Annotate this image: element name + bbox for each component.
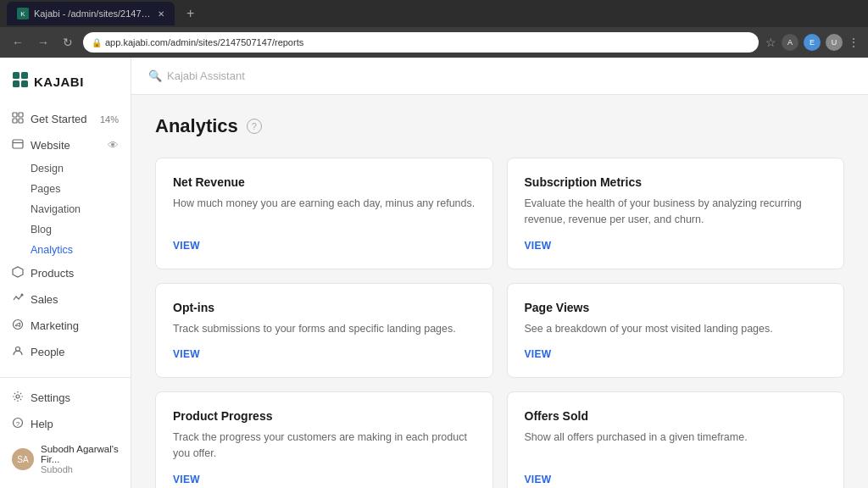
browser-controls: ← → ↻ 🔒 app.kajabi.com/admin/sites/21475…	[0, 27, 868, 58]
card-desc: Show all offers purchased in a given tim…	[525, 430, 827, 462]
people-icon	[12, 345, 24, 359]
card-title: Product Progress	[173, 409, 476, 423]
refresh-button[interactable]: ↻	[59, 34, 76, 51]
profile-avatar-1[interactable]: A	[782, 34, 798, 51]
card-view-link[interactable]: VIEW	[173, 348, 476, 360]
sidebar-item-sales[interactable]: Sales	[0, 286, 131, 313]
sidebar-item-website[interactable]: Website 👁	[0, 132, 131, 158]
address-text: app.kajabi.com/admin/sites/2147507147/re…	[105, 37, 303, 47]
card-desc: See a breakdown of your most visited lan…	[525, 321, 827, 337]
sidebar-item-design[interactable]: Design	[31, 158, 131, 179]
user-info[interactable]: SA Subodh Agarwal's Fir... Subodh	[0, 437, 131, 481]
card-desc: Track the progress your customers are ma…	[173, 430, 476, 462]
sidebar-item-analytics[interactable]: Analytics	[31, 240, 131, 260]
sidebar-item-label: Sales	[31, 293, 58, 306]
logo-icon	[12, 71, 29, 92]
browser-bar: K Kajabi - /admin/sites/21475071 ✕ +	[0, 0, 868, 27]
sidebar-item-label: People	[31, 346, 64, 358]
card-view-link[interactable]: VIEW	[525, 474, 827, 485]
main-content: 🔍 Kajabi Assistant Analytics ? Net Reven…	[131, 58, 868, 488]
page-title: Analytics	[155, 115, 238, 137]
sidebar-item-label: Website	[31, 139, 70, 152]
address-bar[interactable]: 🔒 app.kajabi.com/admin/sites/2147507147/…	[83, 32, 759, 53]
svg-text:?: ?	[16, 420, 20, 428]
lock-icon: 🔒	[92, 38, 102, 47]
card-desc: Track submissions to your forms and spec…	[173, 321, 476, 337]
card-desc: How much money you are earning each day,…	[173, 196, 476, 228]
svg-rect-4	[13, 113, 17, 117]
svg-rect-6	[13, 119, 17, 123]
sidebar-item-label: Marketing	[31, 319, 79, 332]
website-eye-icon[interactable]: 👁	[108, 139, 119, 152]
card-view-link[interactable]: VIEW	[173, 474, 476, 485]
analytics-cards-grid: Net Revenue How much money you are earni…	[155, 158, 844, 488]
forward-button[interactable]: →	[34, 34, 53, 51]
back-button[interactable]: ←	[8, 34, 27, 51]
sidebar-item-get-started[interactable]: Get Started 14%	[0, 106, 131, 132]
star-icon[interactable]: ☆	[765, 36, 776, 49]
sidebar-item-label: Help	[31, 418, 53, 430]
card-title: Subscription Metrics	[525, 175, 827, 189]
sidebar-item-help[interactable]: ? Help	[0, 411, 131, 437]
user-details: Subodh Agarwal's Fir... Subodh	[41, 444, 119, 474]
svg-point-10	[21, 294, 24, 297]
svg-rect-8	[13, 140, 23, 148]
card-title: Offers Sold	[525, 409, 827, 423]
svg-point-13	[16, 395, 19, 398]
tab-close-icon[interactable]: ✕	[158, 9, 164, 19]
page-header: Analytics ?	[155, 115, 844, 137]
menu-icon[interactable]: ⋮	[848, 36, 860, 49]
get-started-badge: 14%	[100, 114, 119, 125]
sales-icon	[12, 292, 24, 307]
card-title: Net Revenue	[173, 175, 476, 189]
sidebar: KAJABI Get Started 14% Website 👁	[0, 58, 131, 488]
topbar: 🔍 Kajabi Assistant	[131, 58, 868, 95]
search-bar[interactable]: 🔍 Kajabi Assistant	[148, 69, 245, 82]
sidebar-item-products[interactable]: Products	[0, 260, 131, 286]
get-started-icon	[12, 112, 24, 126]
card-page-views: Page Views See a breakdown of your most …	[507, 283, 845, 379]
card-subscription-metrics: Subscription Metrics Evaluate the health…	[507, 158, 845, 269]
marketing-icon	[12, 319, 24, 333]
svg-rect-1	[21, 72, 28, 79]
card-view-link[interactable]: VIEW	[525, 240, 827, 252]
card-desc: Evaluate the health of your business by …	[525, 196, 827, 228]
tab-title: Kajabi - /admin/sites/21475071	[34, 8, 153, 19]
card-offers-sold: Offers Sold Show all offers purchased in…	[507, 391, 845, 488]
search-icon: 🔍	[148, 69, 162, 82]
app-layout: KAJABI Get Started 14% Website 👁	[0, 58, 868, 488]
svg-rect-3	[21, 80, 28, 87]
card-view-link[interactable]: VIEW	[173, 240, 476, 252]
settings-icon	[12, 391, 24, 405]
user-avatar: SA	[12, 448, 34, 470]
sidebar-bottom: Settings ? Help SA Subodh Agarwal's Fir.…	[0, 377, 131, 488]
browser-tab[interactable]: K Kajabi - /admin/sites/21475071 ✕	[7, 2, 175, 25]
card-net-revenue: Net Revenue How much money you are earni…	[155, 158, 493, 269]
sidebar-item-settings[interactable]: Settings	[0, 385, 131, 411]
logo-text: KAJABI	[34, 75, 84, 89]
sidebar-item-pages[interactable]: Pages	[31, 179, 131, 199]
help-icon: ?	[12, 417, 24, 431]
user-sub: Subodh	[41, 464, 119, 474]
svg-rect-0	[13, 72, 19, 79]
profile-avatar-2[interactable]: E	[804, 34, 821, 51]
sidebar-item-people[interactable]: People	[0, 339, 131, 365]
sidebar-item-blog[interactable]: Blog	[31, 219, 131, 240]
new-tab-button[interactable]: +	[180, 6, 201, 21]
card-optins: Opt-ins Track submissions to your forms …	[155, 283, 493, 379]
page-help-icon[interactable]: ?	[247, 119, 262, 134]
sidebar-item-label: Get Started	[31, 113, 86, 125]
card-view-link[interactable]: VIEW	[525, 348, 827, 360]
sidebar-item-navigation[interactable]: Navigation	[31, 199, 131, 219]
profile-avatar-3[interactable]: U	[826, 34, 843, 51]
sidebar-item-label: Products	[31, 267, 74, 280]
user-name: Subodh Agarwal's Fir...	[41, 444, 119, 464]
sidebar-nav: Get Started 14% Website 👁 Design Pages	[0, 103, 131, 377]
card-product-progress: Product Progress Track the progress your…	[155, 391, 493, 488]
sidebar-logo: KAJABI	[0, 58, 131, 103]
products-icon	[12, 266, 24, 280]
content-area: Analytics ? Net Revenue How much money y…	[131, 95, 868, 488]
sidebar-item-marketing[interactable]: Marketing	[0, 313, 131, 339]
svg-point-11	[14, 320, 23, 330]
svg-rect-2	[13, 80, 19, 87]
